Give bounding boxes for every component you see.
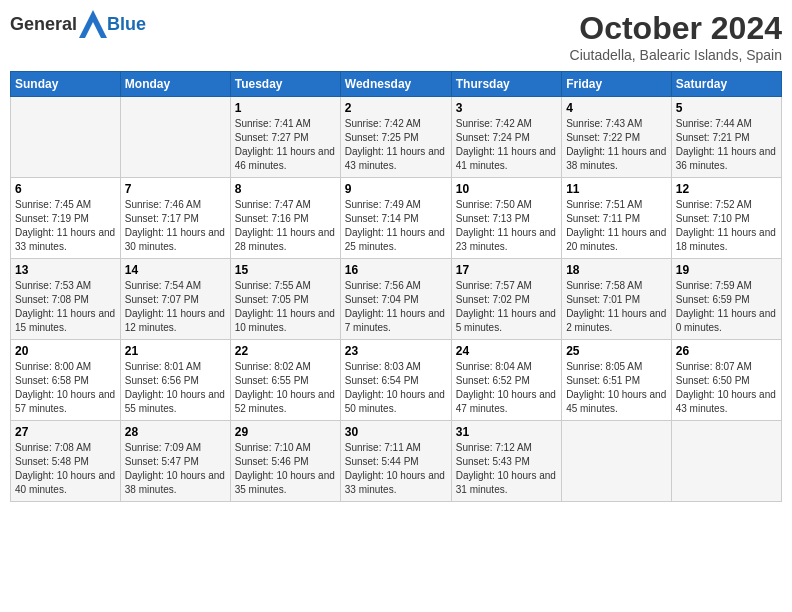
day-number: 27 (15, 425, 116, 439)
calendar-cell: 26Sunrise: 8:07 AM Sunset: 6:50 PM Dayli… (671, 340, 781, 421)
day-info: Sunrise: 7:46 AM Sunset: 7:17 PM Dayligh… (125, 198, 226, 254)
calendar-cell: 8Sunrise: 7:47 AM Sunset: 7:16 PM Daylig… (230, 178, 340, 259)
calendar-cell: 17Sunrise: 7:57 AM Sunset: 7:02 PM Dayli… (451, 259, 561, 340)
calendar-cell: 19Sunrise: 7:59 AM Sunset: 6:59 PM Dayli… (671, 259, 781, 340)
day-info: Sunrise: 7:08 AM Sunset: 5:48 PM Dayligh… (15, 441, 116, 497)
day-info: Sunrise: 7:57 AM Sunset: 7:02 PM Dayligh… (456, 279, 557, 335)
calendar-cell: 6Sunrise: 7:45 AM Sunset: 7:19 PM Daylig… (11, 178, 121, 259)
calendar-cell: 31Sunrise: 7:12 AM Sunset: 5:43 PM Dayli… (451, 421, 561, 502)
calendar-cell: 4Sunrise: 7:43 AM Sunset: 7:22 PM Daylig… (562, 97, 672, 178)
day-number: 13 (15, 263, 116, 277)
day-number: 9 (345, 182, 447, 196)
day-number: 22 (235, 344, 336, 358)
column-header-saturday: Saturday (671, 72, 781, 97)
month-title: October 2024 (570, 10, 782, 47)
day-info: Sunrise: 8:07 AM Sunset: 6:50 PM Dayligh… (676, 360, 777, 416)
calendar-cell: 18Sunrise: 7:58 AM Sunset: 7:01 PM Dayli… (562, 259, 672, 340)
day-info: Sunrise: 8:00 AM Sunset: 6:58 PM Dayligh… (15, 360, 116, 416)
day-number: 29 (235, 425, 336, 439)
day-number: 7 (125, 182, 226, 196)
calendar-cell: 25Sunrise: 8:05 AM Sunset: 6:51 PM Dayli… (562, 340, 672, 421)
day-number: 6 (15, 182, 116, 196)
day-info: Sunrise: 8:02 AM Sunset: 6:55 PM Dayligh… (235, 360, 336, 416)
day-info: Sunrise: 7:56 AM Sunset: 7:04 PM Dayligh… (345, 279, 447, 335)
day-number: 8 (235, 182, 336, 196)
logo-text-blue: Blue (107, 14, 146, 35)
day-info: Sunrise: 7:58 AM Sunset: 7:01 PM Dayligh… (566, 279, 667, 335)
logo-icon (79, 10, 107, 38)
day-info: Sunrise: 7:49 AM Sunset: 7:14 PM Dayligh… (345, 198, 447, 254)
column-header-tuesday: Tuesday (230, 72, 340, 97)
calendar-week-4: 20Sunrise: 8:00 AM Sunset: 6:58 PM Dayli… (11, 340, 782, 421)
day-number: 4 (566, 101, 667, 115)
calendar-cell: 5Sunrise: 7:44 AM Sunset: 7:21 PM Daylig… (671, 97, 781, 178)
calendar-cell: 28Sunrise: 7:09 AM Sunset: 5:47 PM Dayli… (120, 421, 230, 502)
day-info: Sunrise: 7:12 AM Sunset: 5:43 PM Dayligh… (456, 441, 557, 497)
day-info: Sunrise: 7:43 AM Sunset: 7:22 PM Dayligh… (566, 117, 667, 173)
calendar-cell: 12Sunrise: 7:52 AM Sunset: 7:10 PM Dayli… (671, 178, 781, 259)
day-info: Sunrise: 7:52 AM Sunset: 7:10 PM Dayligh… (676, 198, 777, 254)
day-info: Sunrise: 7:59 AM Sunset: 6:59 PM Dayligh… (676, 279, 777, 335)
day-info: Sunrise: 7:42 AM Sunset: 7:25 PM Dayligh… (345, 117, 447, 173)
day-info: Sunrise: 8:01 AM Sunset: 6:56 PM Dayligh… (125, 360, 226, 416)
calendar-cell (671, 421, 781, 502)
day-number: 31 (456, 425, 557, 439)
calendar-cell: 2Sunrise: 7:42 AM Sunset: 7:25 PM Daylig… (340, 97, 451, 178)
column-header-wednesday: Wednesday (340, 72, 451, 97)
day-number: 12 (676, 182, 777, 196)
day-number: 14 (125, 263, 226, 277)
calendar-cell: 1Sunrise: 7:41 AM Sunset: 7:27 PM Daylig… (230, 97, 340, 178)
day-number: 21 (125, 344, 226, 358)
logo-text-general: General (10, 14, 77, 35)
day-number: 18 (566, 263, 667, 277)
day-number: 2 (345, 101, 447, 115)
day-info: Sunrise: 7:53 AM Sunset: 7:08 PM Dayligh… (15, 279, 116, 335)
calendar-week-3: 13Sunrise: 7:53 AM Sunset: 7:08 PM Dayli… (11, 259, 782, 340)
calendar-cell: 10Sunrise: 7:50 AM Sunset: 7:13 PM Dayli… (451, 178, 561, 259)
calendar-cell (562, 421, 672, 502)
calendar-cell (11, 97, 121, 178)
day-info: Sunrise: 7:45 AM Sunset: 7:19 PM Dayligh… (15, 198, 116, 254)
calendar-cell: 22Sunrise: 8:02 AM Sunset: 6:55 PM Dayli… (230, 340, 340, 421)
day-number: 23 (345, 344, 447, 358)
column-header-thursday: Thursday (451, 72, 561, 97)
day-info: Sunrise: 7:44 AM Sunset: 7:21 PM Dayligh… (676, 117, 777, 173)
calendar-week-2: 6Sunrise: 7:45 AM Sunset: 7:19 PM Daylig… (11, 178, 782, 259)
day-info: Sunrise: 7:42 AM Sunset: 7:24 PM Dayligh… (456, 117, 557, 173)
calendar-cell: 13Sunrise: 7:53 AM Sunset: 7:08 PM Dayli… (11, 259, 121, 340)
calendar-cell: 29Sunrise: 7:10 AM Sunset: 5:46 PM Dayli… (230, 421, 340, 502)
day-number: 28 (125, 425, 226, 439)
logo: General Blue (10, 10, 146, 38)
calendar-week-1: 1Sunrise: 7:41 AM Sunset: 7:27 PM Daylig… (11, 97, 782, 178)
calendar-cell: 11Sunrise: 7:51 AM Sunset: 7:11 PM Dayli… (562, 178, 672, 259)
calendar-header-row: SundayMondayTuesdayWednesdayThursdayFrid… (11, 72, 782, 97)
calendar-table: SundayMondayTuesdayWednesdayThursdayFrid… (10, 71, 782, 502)
calendar-cell: 9Sunrise: 7:49 AM Sunset: 7:14 PM Daylig… (340, 178, 451, 259)
day-info: Sunrise: 7:09 AM Sunset: 5:47 PM Dayligh… (125, 441, 226, 497)
calendar-cell: 23Sunrise: 8:03 AM Sunset: 6:54 PM Dayli… (340, 340, 451, 421)
day-number: 15 (235, 263, 336, 277)
day-number: 30 (345, 425, 447, 439)
column-header-sunday: Sunday (11, 72, 121, 97)
column-header-friday: Friday (562, 72, 672, 97)
day-info: Sunrise: 8:03 AM Sunset: 6:54 PM Dayligh… (345, 360, 447, 416)
day-number: 16 (345, 263, 447, 277)
day-number: 11 (566, 182, 667, 196)
calendar-cell: 30Sunrise: 7:11 AM Sunset: 5:44 PM Dayli… (340, 421, 451, 502)
calendar-cell: 3Sunrise: 7:42 AM Sunset: 7:24 PM Daylig… (451, 97, 561, 178)
day-info: Sunrise: 7:55 AM Sunset: 7:05 PM Dayligh… (235, 279, 336, 335)
column-header-monday: Monday (120, 72, 230, 97)
calendar-cell: 27Sunrise: 7:08 AM Sunset: 5:48 PM Dayli… (11, 421, 121, 502)
day-number: 17 (456, 263, 557, 277)
page-header: General Blue October 2024 Ciutadella, Ba… (10, 10, 782, 63)
calendar-cell: 15Sunrise: 7:55 AM Sunset: 7:05 PM Dayli… (230, 259, 340, 340)
day-info: Sunrise: 8:04 AM Sunset: 6:52 PM Dayligh… (456, 360, 557, 416)
day-info: Sunrise: 7:50 AM Sunset: 7:13 PM Dayligh… (456, 198, 557, 254)
day-info: Sunrise: 7:47 AM Sunset: 7:16 PM Dayligh… (235, 198, 336, 254)
day-number: 25 (566, 344, 667, 358)
day-number: 1 (235, 101, 336, 115)
day-number: 24 (456, 344, 557, 358)
day-number: 20 (15, 344, 116, 358)
calendar-cell: 24Sunrise: 8:04 AM Sunset: 6:52 PM Dayli… (451, 340, 561, 421)
day-info: Sunrise: 7:51 AM Sunset: 7:11 PM Dayligh… (566, 198, 667, 254)
